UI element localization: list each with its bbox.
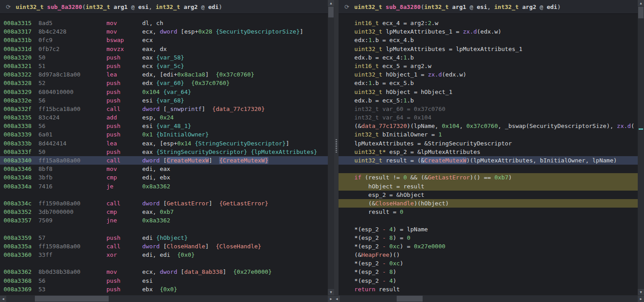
code-token[interactable]: uint32_t: [354, 4, 382, 10]
code-token[interactable]: lpMutexAttributes = &StringSecurityDescr…: [340, 140, 512, 147]
code-token[interactable]: {SecurityDescriptorSize}: [216, 28, 300, 35]
code-token[interactable]: [: [160, 243, 167, 250]
code-token[interactable]: .w: [432, 20, 439, 26]
code-token[interactable]: {var_68}: [156, 97, 184, 104]
code-token[interactable]: arg1: [449, 4, 470, 10]
asm-row-008a3329[interactable]: 008a33296804010000push0x104 {var_64}: [0, 88, 328, 96]
asm-row-008a3348[interactable]: 008a33483bfbcmpedi, ebx: [0, 173, 328, 182]
code-token[interactable]: ff1598a08a00: [38, 242, 106, 251]
code-token[interactable]: [340, 89, 354, 95]
code-token[interactable]: *(esp_2: [340, 226, 382, 233]
code-token[interactable]: edi: [208, 4, 218, 10]
code-token[interactable]: 8b0d38b38a00: [38, 268, 106, 276]
code-token[interactable]: {var_5c}: [156, 63, 184, 69]
code-token[interactable]: esp_2 = &hObject: [340, 191, 424, 198]
code-token[interactable]: 0fb7c2: [38, 45, 106, 53]
code-token[interactable]: call: [106, 105, 142, 113]
code-token[interactable]: int32_t: [354, 131, 379, 138]
code-token[interactable]: 53: [38, 285, 106, 293]
code-token[interactable]: 0x37c0760: [466, 123, 498, 129]
code-token[interactable]: 50: [38, 148, 106, 156]
code-token[interactable]: CreateMutexW: [167, 157, 209, 164]
code-token[interactable]: dword: [160, 28, 177, 35]
code-token[interactable]: int32_t: [156, 4, 180, 10]
code-token[interactable]: .b: [407, 54, 414, 61]
code-token[interactable]: ) =: [400, 243, 414, 250]
hlil-row[interactable]: (&CloseHandle)(hObject): [339, 199, 638, 208]
code-token[interactable]: 1: [403, 97, 407, 104]
pane-splitter[interactable]: [334, 0, 339, 302]
code-token[interactable]: 008a334a: [4, 182, 38, 191]
hlil-row[interactable]: uint32_t lpMutexAttributes_1 = zx.d(edx.…: [339, 27, 638, 36]
code-token[interactable]: ecx,: [142, 28, 160, 35]
code-token[interactable]: zx.d: [463, 28, 477, 35]
code-token[interactable]: -: [382, 226, 386, 233]
code-token[interactable]: je: [106, 182, 142, 191]
code-token[interactable]: ) =: [393, 234, 407, 241]
asm-row-blank[interactable]: [0, 259, 328, 268]
code-token[interactable]: push: [106, 148, 142, 156]
code-token[interactable]: edx:: [340, 80, 369, 86]
code-token[interactable]: ,: [148, 4, 156, 10]
code-token[interactable]: edi, eax: [142, 166, 170, 172]
left-vertical-scrollbar[interactable]: ▲ ▼: [328, 0, 334, 295]
code-token[interactable]: -: [382, 277, 386, 284]
code-token[interactable]: push: [106, 96, 142, 105]
asm-row-008a331b[interactable]: 008a331b0fc9bswapecx: [0, 36, 328, 44]
code-token[interactable]: 0x27e0000: [414, 243, 445, 250]
code-token[interactable]: 008a3328: [4, 79, 38, 87]
asm-row-008a3338[interactable]: 008a333856pushesi {var_48_1}: [0, 122, 328, 130]
code-token[interactable]: zx.d: [428, 71, 442, 78]
code-token[interactable]: *(esp_2: [340, 260, 382, 267]
code-token[interactable]: -: [382, 268, 386, 275]
code-token[interactable]: zx.d: [617, 123, 631, 129]
code-token[interactable]: )(hObject): [414, 200, 449, 207]
code-token[interactable]: edi, edi: [142, 251, 177, 258]
code-token[interactable]: cmp: [106, 173, 142, 182]
hlil-row[interactable]: uint32_t hObject = hObject_1: [339, 88, 638, 96]
code-token[interactable]: -: [382, 234, 386, 241]
code-token[interactable]: push: [106, 53, 142, 62]
hlil-row[interactable]: int32_t var_64 = 0x104: [339, 113, 638, 122]
asm-row-008a3368[interactable]: 008a336856pushesi: [0, 276, 328, 285]
code-token[interactable]: mov: [106, 19, 142, 27]
code-token[interactable]: {CreateMutexW}: [219, 157, 268, 164]
code-token[interactable]: ,: [487, 4, 494, 10]
code-token[interactable]: int16_t: [354, 20, 379, 26]
code-token[interactable]: movzx: [106, 45, 142, 53]
asm-row-008a3335[interactable]: 008a333583c424addesp, 0x24: [0, 113, 328, 122]
code-token[interactable]: )(lpName,: [407, 123, 442, 129]
asm-row-008a3315[interactable]: 008a33158ad5movdl, ch: [0, 19, 328, 27]
code-token[interactable]: CloseHandle: [375, 200, 414, 207]
decompiler-lines[interactable]: int16_t ecx_4 = arg2:2.w uint32_t lpMute…: [339, 14, 638, 302]
code-token[interactable]: call: [106, 199, 142, 208]
code-token[interactable]: ]: [202, 106, 212, 112]
code-token[interactable]: {StringSecurityDescriptor}: [156, 149, 247, 155]
code-token[interactable]: [386, 226, 390, 233]
scroll-right-button[interactable]: ▶: [638, 296, 644, 302]
code-token[interactable]: push: [106, 79, 142, 87]
code-token[interactable]: add: [106, 113, 142, 122]
code-token[interactable]: ): [400, 260, 403, 267]
code-token[interactable]: 0x14: [177, 140, 191, 147]
code-token[interactable]: 0x8a3362: [142, 183, 170, 190]
scroll-up-button[interactable]: ▲: [328, 0, 334, 6]
code-token[interactable]: ,: [459, 123, 466, 129]
asm-row-008a333b[interactable]: 008a333b8d442414leaeax, [esp+0x14 {Strin…: [0, 139, 328, 148]
code-token[interactable]: 008a3322: [4, 70, 38, 79]
left-horizontal-scrollbar[interactable]: ◀ ▶: [0, 295, 334, 302]
code-token[interactable]: 008a331b: [4, 36, 38, 44]
code-token[interactable]: {0x0}: [160, 286, 177, 293]
right-horizontal-scrollbar-thumb[interactable]: [397, 296, 423, 302]
hlil-row-blank[interactable]: [339, 216, 638, 225]
code-token[interactable]: 57: [38, 234, 106, 242]
code-token[interactable]: call: [106, 242, 142, 251]
code-token[interactable]: 0xc: [390, 260, 400, 267]
asm-row-008a3359[interactable]: 008a335957pushedi {hObject}: [0, 234, 328, 242]
code-token[interactable]: {0x37c0760}: [216, 71, 254, 78]
hlil-row[interactable]: edx.b = ecx_4:1.b: [339, 53, 638, 62]
code-token[interactable]: 7509: [38, 216, 106, 225]
hlil-row[interactable]: esp_2 = &hObject: [339, 191, 638, 199]
scroll-left-button[interactable]: ◀: [0, 296, 6, 302]
code-token[interactable]: bswap: [106, 36, 142, 44]
